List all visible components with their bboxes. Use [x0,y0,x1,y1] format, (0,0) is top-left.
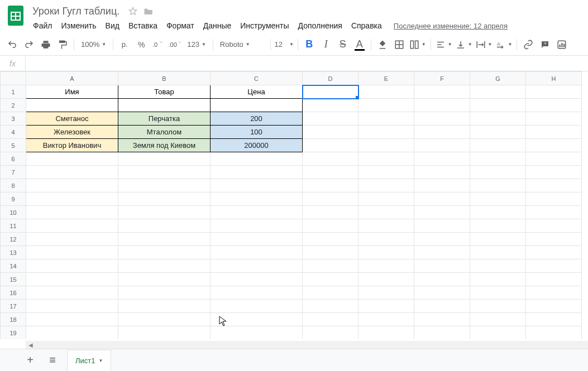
cell[interactable] [26,273,118,286]
redo-button[interactable] [21,37,37,52]
cell[interactable] [26,326,118,340]
cell[interactable] [526,259,582,273]
row-header[interactable]: 15 [1,273,26,286]
cell[interactable] [358,206,414,219]
row-header[interactable]: 2 [1,99,26,112]
cell[interactable] [470,233,526,246]
menu-data[interactable]: Данные [199,19,236,32]
horizontal-scrollbar[interactable] [36,341,588,349]
cell[interactable]: Имя [26,85,118,99]
h-align-button[interactable]: ▼ [434,37,453,52]
cell[interactable] [118,179,211,192]
cell[interactable] [414,300,470,313]
cell[interactable] [358,179,414,192]
cell[interactable]: Перчатка [118,112,211,126]
cell[interactable] [526,300,582,313]
menu-help[interactable]: Справка [347,19,386,32]
star-icon[interactable] [127,6,138,17]
row-header[interactable]: 14 [1,259,26,273]
row-header[interactable]: 5 [1,139,26,152]
cell[interactable] [414,85,470,99]
currency-button[interactable]: р. [117,37,132,52]
text-wrap-button[interactable]: ▼ [475,37,494,52]
cell[interactable] [526,85,582,99]
cell[interactable] [470,99,526,112]
cell[interactable] [118,286,211,300]
cell[interactable] [414,206,470,219]
cell[interactable] [470,219,526,233]
cell[interactable] [358,233,414,246]
cell[interactable]: Железовек [26,126,118,139]
row-header[interactable]: 8 [1,179,26,192]
cell[interactable] [358,313,414,326]
cell[interactable] [118,233,211,246]
cell[interactable] [303,85,358,99]
cell[interactable] [26,233,118,246]
cell[interactable] [211,219,303,233]
cell[interactable] [211,233,303,246]
cell[interactable] [414,246,470,259]
cell[interactable] [414,273,470,286]
cell[interactable]: Товар [118,85,211,99]
cell[interactable] [118,219,211,233]
cell[interactable] [358,273,414,286]
cell[interactable] [26,313,118,326]
cell[interactable] [526,219,582,233]
column-header[interactable]: F [414,72,470,85]
cell[interactable]: Земля под Киевом [118,139,211,152]
row-header[interactable]: 6 [1,152,26,166]
cell[interactable] [118,300,211,313]
cell[interactable] [414,313,470,326]
cell[interactable] [526,273,582,286]
cell[interactable] [470,259,526,273]
decrease-decimal-button[interactable]: .0 ← [150,37,166,52]
doc-title[interactable]: Уроки Гугл таблиц. [29,4,123,18]
cell[interactable] [303,166,358,179]
column-header[interactable]: B [118,72,211,85]
cell[interactable] [303,326,358,340]
row-header[interactable]: 13 [1,246,26,259]
cell[interactable] [303,126,358,139]
column-header[interactable]: A [26,72,118,85]
cell[interactable] [414,166,470,179]
cell[interactable] [211,152,303,166]
cell[interactable] [526,313,582,326]
fx-icon[interactable]: fx [0,56,26,71]
column-header[interactable]: G [470,72,526,85]
scroll-left-button[interactable]: ◀ [26,341,36,349]
text-rotation-button[interactable]: A▼ [494,37,513,52]
cell[interactable] [118,99,211,112]
menu-format[interactable]: Формат [162,19,198,32]
cell[interactable]: 200000 [211,139,303,152]
font-select[interactable]: Roboto▼ [217,37,267,52]
cell[interactable] [211,313,303,326]
cell[interactable] [358,99,414,112]
cell[interactable] [470,112,526,126]
cell[interactable] [526,166,582,179]
cell[interactable] [303,313,358,326]
row-header[interactable]: 3 [1,112,26,126]
cell[interactable] [358,126,414,139]
zoom-select[interactable]: 100%▼ [78,37,109,52]
cell[interactable] [470,85,526,99]
strikethrough-button[interactable]: S [335,37,351,52]
menu-view[interactable]: Вид [102,19,123,32]
all-sheets-button[interactable]: ≡ [45,353,60,368]
cell[interactable] [26,219,118,233]
cell[interactable] [470,206,526,219]
cell[interactable] [526,233,582,246]
cell[interactable] [470,273,526,286]
cell[interactable] [303,219,358,233]
move-folder-icon[interactable] [143,6,154,17]
cell[interactable] [414,233,470,246]
text-color-button[interactable]: A [352,37,367,52]
percent-button[interactable]: % [133,37,149,52]
cell[interactable]: Цена [211,85,303,99]
cell[interactable] [303,246,358,259]
cell[interactable] [470,286,526,300]
cell[interactable] [26,152,118,166]
cell[interactable] [303,206,358,219]
cell[interactable] [211,326,303,340]
cell[interactable]: Виктор Иванович [26,139,118,152]
cell[interactable] [414,179,470,192]
